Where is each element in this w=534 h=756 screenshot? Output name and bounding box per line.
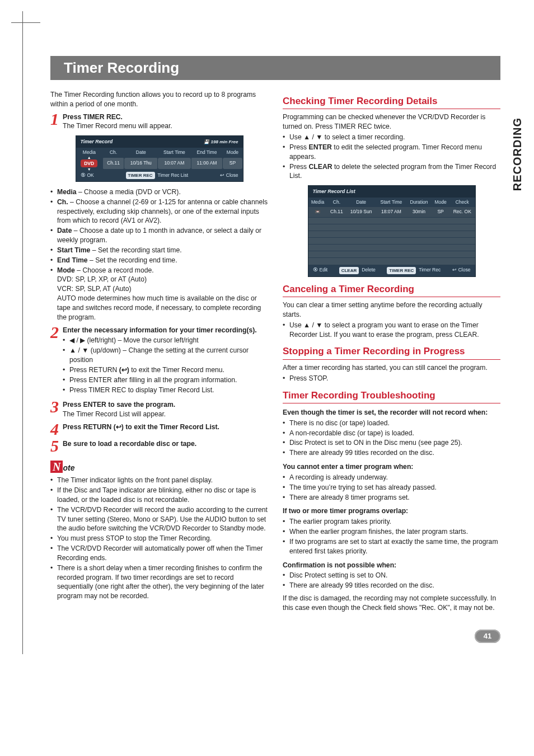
heading-stopping: Stopping a Timer Recording in Progress bbox=[283, 345, 500, 359]
check-b2: Press ENTER to edit the selected program… bbox=[283, 143, 500, 162]
trouble-h1: Even though the timer is set, the record… bbox=[283, 408, 500, 417]
section-tab: RECORDING bbox=[511, 118, 524, 191]
step-5: 5 Be sure to load a recordable disc or t… bbox=[50, 439, 268, 453]
step1-sub: The Timer Record menu will appear. bbox=[63, 122, 172, 130]
trouble-tail: If the disc is damaged, the recording ma… bbox=[283, 594, 500, 613]
step2-b3: Press RETURN (↩) to exit the Timer Recor… bbox=[63, 365, 268, 375]
step3-lead: Press ENTER to save the program. bbox=[63, 401, 175, 408]
step4-lead: Press RETURN (↩) to exit the Timer Recor… bbox=[63, 423, 219, 431]
check-b1: Use ▲ / ▼ to select a timer recording. bbox=[283, 133, 500, 142]
heading-checking: Checking Timer Recording Details bbox=[283, 95, 500, 109]
note-n-icon: N bbox=[50, 461, 63, 473]
t1-item: A non-recordable disc (or tape) is loade… bbox=[283, 429, 500, 438]
osd2-col-date: Date bbox=[346, 198, 376, 208]
note-item: The VCR/DVD Recorder will record the aud… bbox=[50, 505, 268, 533]
stop-b1: Press STOP. bbox=[283, 374, 500, 383]
step-number-5: 5 bbox=[50, 439, 63, 453]
osd-timer-record: Timer Record 💾 198 min Free Media Ch. Da… bbox=[76, 135, 243, 182]
osd2-close[interactable]: ↩ Close bbox=[452, 267, 471, 274]
note-heading: Note bbox=[50, 461, 268, 473]
trouble-h2: You cannot enter a timer program when: bbox=[283, 462, 500, 472]
osd2-col-mode: Mode bbox=[432, 198, 449, 208]
t2-item: A recording is already underway. bbox=[283, 473, 500, 482]
osd1-date[interactable]: 10/16 Thu bbox=[124, 158, 158, 170]
t1-item: There is no disc (or tape) loaded. bbox=[283, 419, 500, 428]
osd2-row-1[interactable]: 📼 Ch.11 10/19 Sun 18:07 AM 30min SP Rec.… bbox=[308, 207, 475, 217]
note-item: There is a short delay when a timer reco… bbox=[50, 564, 268, 601]
step3-sub: The Timer Record List will appear. bbox=[63, 410, 166, 418]
field-descriptions: Media – Choose a media (DVD or VCR). Ch.… bbox=[50, 187, 268, 322]
notes-list: The Timer indicator lights on the front … bbox=[50, 476, 268, 601]
osd1-title: Timer Record bbox=[81, 138, 113, 145]
osd2-edit[interactable]: ⦿ Edit bbox=[313, 267, 328, 274]
t4-item: There are already 99 titles recorded on … bbox=[283, 581, 500, 590]
crop-mark-vertical bbox=[22, 11, 23, 654]
osd2-col-ch: Ch. bbox=[327, 198, 346, 208]
osd2-col-start: Start Time bbox=[376, 198, 406, 208]
osd2-media-icon: 📼 bbox=[308, 207, 327, 217]
osd1-col-ch: Ch. bbox=[102, 148, 124, 158]
step5-lead: Be sure to load a recordable disc or tap… bbox=[63, 440, 196, 448]
cancel-b1: Use ▲ / ▼ to select a program you want t… bbox=[283, 321, 500, 340]
step-number-3: 3 bbox=[50, 400, 63, 419]
page-number: 41 bbox=[475, 630, 500, 643]
step-2: 2 Enter the necessary information for yo… bbox=[50, 326, 268, 397]
page-title: Timer Recording bbox=[58, 56, 500, 80]
osd2-title: Timer Record List bbox=[313, 188, 355, 195]
step-number-4: 4 bbox=[50, 422, 63, 436]
page-title-bar: Timer Recording bbox=[50, 56, 500, 80]
check-intro: Programming can be checked whenever the … bbox=[283, 112, 500, 132]
osd2-delete[interactable]: CLEARDelete bbox=[339, 267, 376, 274]
step-1: 1 Press TIMER REC. The Timer Record menu… bbox=[50, 112, 268, 132]
step-4: 4 Press RETURN (↩) to exit the Timer Rec… bbox=[50, 422, 268, 436]
intro-text: The Timer Recording function allows you … bbox=[50, 90, 268, 109]
t1-item: Disc Protect is set to ON in the Disc me… bbox=[283, 438, 500, 448]
note-item: If the Disc and Tape indicator are blink… bbox=[50, 486, 268, 505]
note-item: The VCR/DVD Recorder will automatically … bbox=[50, 544, 268, 563]
note-item: You must press STOP to stop the Timer Re… bbox=[50, 534, 268, 543]
heading-troubleshooting: Timer Recording Troubleshooting bbox=[283, 389, 500, 403]
osd1-col-mode: Mode bbox=[223, 148, 242, 158]
t3-item: When the earlier program finishes, the l… bbox=[283, 527, 500, 537]
osd1-col-start: Start Time bbox=[158, 148, 191, 158]
t2-item: There are already 8 timer programs set. bbox=[283, 493, 500, 503]
osd2-col-media: Media bbox=[308, 198, 327, 208]
osd1-col-date: Date bbox=[124, 148, 158, 158]
step-number-2: 2 bbox=[50, 326, 63, 397]
crop-mark-horizontal bbox=[11, 22, 40, 23]
osd1-close[interactable]: ↩ Close bbox=[220, 172, 238, 179]
osd1-media-pill[interactable]: ▲DVD▼ bbox=[81, 159, 97, 168]
osd2-timer-rec[interactable]: TIMER RECTimer Rec bbox=[387, 267, 441, 274]
cancel-intro: You can clear a timer setting anytime be… bbox=[283, 300, 500, 320]
stop-intro: After a timer recording has started, you… bbox=[283, 363, 500, 373]
osd1-start[interactable]: 10:07 AM bbox=[158, 158, 191, 170]
step2-b5: Press TIMER REC to display Timer Record … bbox=[63, 386, 268, 395]
step-number-1: 1 bbox=[50, 112, 63, 132]
t1-item: There are already 99 titles recorded on … bbox=[283, 448, 500, 458]
osd1-end[interactable]: 11:00 AM bbox=[191, 158, 223, 170]
heading-canceling: Canceling a Timer Recording bbox=[283, 283, 500, 297]
osd1-ch[interactable]: Ch.11 bbox=[102, 158, 124, 170]
osd2-col-check: Check bbox=[449, 198, 475, 208]
t2-item: The time you’re trying to set has alread… bbox=[283, 483, 500, 492]
osd1-col-end: End Time bbox=[191, 148, 223, 158]
step2-b4: Press ENTER after filling in all the pro… bbox=[63, 375, 268, 385]
t4-item: Disc Protect setting is set to ON. bbox=[283, 571, 500, 580]
step2-b2: ▲ / ▼ (up/down) – Change the setting at … bbox=[63, 346, 268, 365]
osd2-col-dur: Duration bbox=[406, 198, 432, 208]
left-column: The Timer Recording function allows you … bbox=[50, 89, 268, 614]
t3-item: The earlier program takes priority. bbox=[283, 517, 500, 527]
right-column: Checking Timer Recording Details Program… bbox=[283, 89, 500, 614]
step1-lead: Press TIMER REC. bbox=[63, 113, 123, 121]
osd1-ok[interactable]: ⦿ OK bbox=[81, 172, 94, 179]
osd1-free: 💾 198 min Free bbox=[204, 139, 238, 145]
osd-timer-record-list: Timer Record List Media Ch. Date Start T… bbox=[308, 185, 476, 276]
osd1-timer-rec-list[interactable]: TIMER RECTimer Rec List bbox=[126, 172, 188, 179]
note-item: The Timer indicator lights on the front … bbox=[50, 476, 268, 485]
trouble-h4: Confirmation is not possible when: bbox=[283, 561, 500, 570]
step-3: 3 Press ENTER to save the program. The T… bbox=[50, 400, 268, 419]
osd1-mode[interactable]: SP bbox=[223, 158, 242, 170]
step2-b1: ◀ / ▶ (left/right) – Move the cursor lef… bbox=[63, 336, 268, 345]
trouble-h3: If two or more timer programs overlap: bbox=[283, 506, 500, 516]
step2-lead: Enter the necessary information for your… bbox=[63, 326, 257, 334]
